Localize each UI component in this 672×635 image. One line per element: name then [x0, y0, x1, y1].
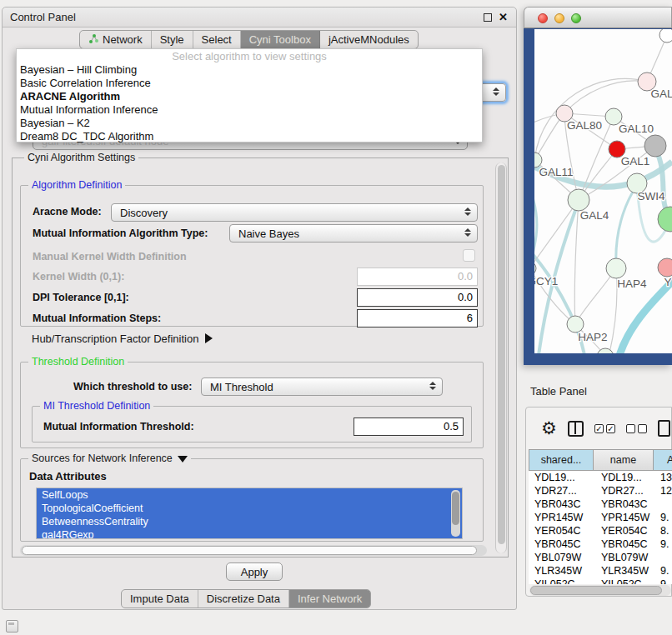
close-window-icon[interactable]	[538, 13, 548, 23]
document-icon[interactable]	[658, 420, 670, 437]
aracne-mode-combo[interactable]: Discovery	[111, 203, 478, 222]
table-row[interactable]: YIL052CYIL052C9.	[529, 578, 672, 584]
mi-steps-field[interactable]: 6	[357, 309, 478, 328]
table-row[interactable]: YER054CYER054C8.	[529, 524, 672, 538]
network-node-gal4[interactable]	[568, 189, 589, 211]
dpi-tolerance-label: DPI Tolerance [0,1]:	[33, 288, 129, 307]
table-cell-shared-name: YDR27...	[529, 484, 594, 498]
mi-type-label: Mutual Information Algorithm Type:	[33, 224, 208, 242]
node-label: GAL1	[621, 155, 650, 168]
threshold-definition-title: Threshold Definition	[28, 356, 128, 368]
table-horizontal-scrollbar[interactable]	[529, 585, 671, 596]
column-header-shared-name[interactable]: shared...	[529, 449, 594, 471]
expander-collapsed-icon	[205, 333, 213, 343]
tab-infer-network[interactable]: Infer Network	[289, 590, 370, 608]
network-window-titlebar[interactable]	[524, 7, 672, 28]
apply-button-label: Apply	[241, 566, 268, 578]
table-row[interactable]: YDL19...YDL19...13	[529, 471, 672, 484]
table-cell-name: YBR043C	[594, 498, 654, 511]
algorithm-dropdown-items: Bayesian – Hill ClimbingBasic Correlatio…	[17, 63, 482, 143]
manual-kernel-checkbox[interactable]	[463, 249, 475, 262]
collapsed-panel-icon[interactable]	[6, 620, 18, 632]
network-node[interactable]	[659, 29, 672, 42]
tab-network[interactable]: Network	[80, 31, 152, 48]
zoom-window-icon[interactable]	[571, 13, 581, 23]
table-cell-shared-name: YPR145W	[529, 511, 594, 524]
scrollbar-thumb[interactable]	[530, 586, 662, 595]
algorithm-option[interactable]: Bayesian – K2	[17, 117, 482, 130]
network-icon	[88, 33, 99, 47]
tab-discretize-data[interactable]: Discretize Data	[198, 590, 289, 608]
scrollbar-thumb[interactable]	[498, 165, 505, 544]
algorithm-option[interactable]: Basic Correlation Inference	[17, 77, 482, 90]
table-row[interactable]: YLR345WYLR345W9.	[529, 564, 672, 578]
select-all-checkboxes-icon[interactable]: ✓✓	[594, 424, 615, 433]
network-node[interactable]	[658, 207, 672, 232]
tab-select[interactable]: Select	[193, 31, 241, 48]
deselect-all-checkboxes-icon[interactable]	[626, 424, 647, 433]
split-columns-icon[interactable]	[568, 421, 584, 437]
tab-jactivemnodules[interactable]: jActiveMNodules	[320, 31, 418, 48]
mi-threshold-field[interactable]: 0.5	[354, 418, 464, 436]
hub-definition-expander[interactable]: Hub/Transcription Factor Definition	[32, 332, 213, 345]
listbox-vertical-scrollbar[interactable]	[451, 490, 460, 537]
table-row[interactable]: YBR045CYBR045C9.	[529, 538, 672, 551]
node-label: GAL4	[580, 209, 609, 222]
which-threshold-combo[interactable]: MI Threshold	[201, 378, 443, 396]
tab-label: Cyni Toolbox	[249, 33, 311, 46]
column-header-clipped[interactable]: A	[654, 449, 672, 471]
table-cell-name: YER054C	[594, 524, 654, 538]
dpi-tolerance-field[interactable]: 0.0	[357, 288, 478, 307]
tab-label: Discretize Data	[207, 592, 280, 605]
gear-icon[interactable]: ⚙	[541, 419, 557, 438]
table-row[interactable]: YDR27...YDR27...12	[529, 484, 672, 498]
mi-type-combo[interactable]: Naive Bayes	[229, 224, 478, 242]
close-panel-icon[interactable]: ✕	[499, 13, 508, 22]
table-cell-shared-name: YBL079W	[529, 551, 594, 564]
tab-label: Style	[160, 33, 184, 46]
control-panel-titlebar[interactable]: Control Panel ✕	[3, 8, 516, 28]
table-cell-name: YIL052C	[594, 578, 654, 584]
control-panel-window: Control Panel ✕ NetworkStyleSelectCyni T…	[2, 7, 517, 610]
tab-style[interactable]: Style	[152, 31, 193, 48]
network-node-gcy1[interactable]	[534, 262, 536, 275]
table-cell-shared-name: YDL19...	[529, 471, 594, 484]
table-cell-name: YPR145W	[594, 511, 654, 524]
algorithm-option[interactable]: Bayesian – Hill Climbing	[17, 63, 482, 77]
tab-cyni-toolbox[interactable]: Cyni Toolbox	[241, 31, 320, 48]
float-panel-icon[interactable]	[484, 13, 492, 22]
settings-vertical-scrollbar[interactable]	[495, 162, 507, 553]
table-cell-clipped: 8.	[654, 524, 672, 538]
settings-horizontal-scrollbar[interactable]	[20, 545, 487, 556]
table-row[interactable]: YBR043CYBR043C	[529, 498, 672, 511]
column-header-name[interactable]: name	[594, 449, 654, 471]
table-cell-clipped	[654, 551, 672, 564]
table-row[interactable]: YBL079WYBL079W	[529, 551, 672, 564]
table-cell-name: YDL19...	[594, 471, 654, 484]
apply-button[interactable]: Apply	[226, 562, 283, 581]
minimize-window-icon[interactable]	[554, 13, 564, 23]
attribute-list-item[interactable]: BetweennessCentrality	[37, 515, 462, 528]
cyni-mode-tab-bar: Impute DataDiscretize DataInfer Network	[121, 589, 371, 608]
algorithm-option[interactable]: ARACNE Algorithm	[17, 90, 482, 103]
kernel-width-label: Kernel Width (0,1):	[33, 268, 124, 286]
threshold-definition-group: Threshold Definition Which threshold to …	[20, 362, 484, 448]
network-node-hap2[interactable]	[567, 316, 584, 332]
control-panel-tab-bar: NetworkStyleSelectCyni ToolboxjActiveMNo…	[79, 30, 419, 49]
data-attributes-listbox: SelfLoopsTopologicalCoefficientBetweenne…	[36, 488, 463, 539]
network-node[interactable]	[644, 135, 666, 157]
network-node-y[interactable]	[658, 258, 672, 277]
attribute-list-item[interactable]: gal4RGexp	[37, 528, 462, 539]
algorithm-option[interactable]: Mutual Information Inference	[17, 103, 482, 117]
attribute-list-item[interactable]: SelfLoops	[37, 488, 462, 502]
scrollbar-thumb[interactable]	[22, 546, 477, 555]
network-node-hap4[interactable]	[606, 258, 626, 278]
kernel-width-field[interactable]: 0.0	[357, 268, 478, 286]
algorithm-option[interactable]: Dream8 DC_TDC Algorithm	[17, 130, 482, 143]
table-row[interactable]: YPR145WYPR145W9.	[529, 511, 672, 524]
table-cell-shared-name: YBR043C	[529, 498, 594, 511]
network-canvas[interactable]: GALGAL80GAL10GAL1GAL11SWI4GAL4GCY1HAP4YH…	[534, 29, 672, 353]
attribute-list-item[interactable]: TopologicalCoefficient	[37, 502, 462, 515]
tab-impute-data[interactable]: Impute Data	[122, 590, 198, 608]
scrollbar-thumb[interactable]	[452, 492, 459, 525]
